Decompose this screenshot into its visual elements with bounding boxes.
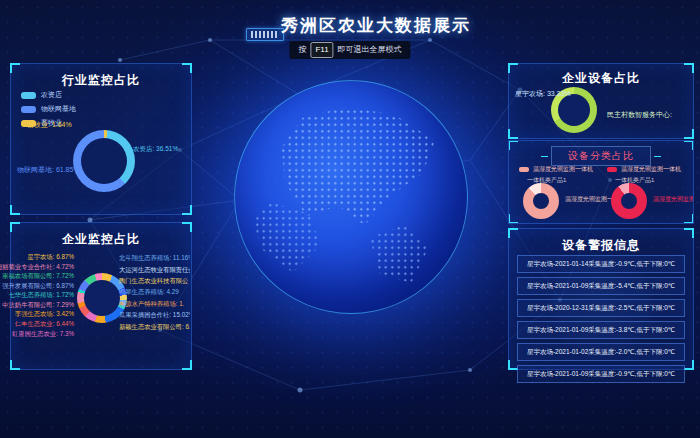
enterprise-label: 七华生态养殖场: 1.72%	[9, 291, 74, 300]
enterprise-label: 新颖生态农业有限公司: 6.87%	[119, 323, 190, 332]
industry-segment-label: 物联网基地: 61.85%	[17, 165, 80, 175]
enterprise-panel-title: 企业监控占比	[11, 231, 191, 248]
globe	[234, 80, 468, 314]
industry-segment-label: 农资店: 36.51%	[133, 145, 178, 154]
alarm-row: 星宇农场-2021-01-09采集温度:-3.8℃,低于下限:0℃	[517, 321, 685, 339]
enterprise-label: 北斗翔生态养殖场: 11.16%	[119, 254, 190, 263]
fullscreen-tip: 按 F11 即可退出全屏模式	[289, 41, 410, 59]
alarm-row: 星宇农场-2021-01-09采集温度:-0.9℃,低于下限:0℃	[517, 365, 685, 383]
device-legend-item: 温湿度光照监测一体机	[519, 165, 593, 174]
legend-swatch	[607, 167, 617, 172]
equipment-panel-title: 企业设备占比	[509, 70, 693, 87]
device-legend-item: 温湿度光照监测一体机	[607, 165, 681, 174]
panel-enterprise-monitor: 企业监控占比 星宇农场: 6.87% 超丽菊业专业合作社: 4.72% 家福农场…	[10, 222, 192, 370]
alarm-row: 星宇农场-2020-12-31采集温度:-2.5℃,低于下限:0℃	[517, 299, 685, 317]
legend-swatch	[21, 106, 36, 113]
industry-segment-label: 畜牧业: 1.64%	[27, 120, 72, 130]
enterprise-label: 强升发展有限公司: 6.87%	[2, 282, 74, 291]
globe-continent-dots	[235, 81, 467, 313]
enterprise-label: 红唐园生态农业: 7.3%	[12, 330, 74, 339]
legend-label: 物联网基地	[41, 104, 76, 114]
enterprise-label: 鸣翠生态养殖场: 4.29	[119, 288, 179, 297]
enterprise-label: 李强生态农场: 3.42%	[15, 310, 74, 319]
industry-donut-chart	[73, 130, 135, 192]
panel-industry-monitor: 行业监控占比 农资店 物联网基地 畜牧业 畜牧业: 1.64% 农资店: 36.…	[10, 63, 192, 215]
enterprise-label: 丰源水产特种养殖场: 1.	[119, 300, 184, 309]
panel-device-classification: 设备分类占比 温湿度光照监测一体机 一体机类产品1 温湿度光照监测一— 温湿度光…	[508, 140, 694, 224]
equipment-segment-label: 星宇农场: 33.33%	[515, 89, 571, 99]
enterprise-label: 星宇农场: 6.87%	[27, 253, 74, 262]
page-title: 秀洲区农业大数据展示	[0, 14, 700, 37]
enterprise-label: 陶门生态农业科技有限公	[119, 277, 188, 286]
enterprise-label: 大运河生态牧业有限责任公	[119, 266, 190, 275]
legend-swatch	[21, 92, 36, 99]
alarm-row: 星宇农场-2021-01-09采集温度:-5.4℃,低于下限:0℃	[517, 277, 685, 295]
panel-device-alarms: 设备警报信息 星宇农场-2021-01-14采集温度:-0.9℃,低于下限:0℃…	[508, 228, 694, 370]
legend-item: 物联网基地	[21, 104, 76, 114]
alarm-list: 星宇农场-2021-01-14采集温度:-0.9℃,低于下限:0℃ 星宇农场-2…	[517, 255, 685, 383]
device-donut-chart-2	[611, 183, 647, 219]
enterprise-label: 中法奶牛有限公司: 7.29%	[2, 301, 74, 310]
dashboard-background: 秀洲区农业大数据展示 按 F11 即可退出全屏模式 行业监控占比 农资店 物联网…	[0, 0, 700, 438]
enterprise-label: 超丽菊业专业合作社: 4.72%	[0, 263, 74, 272]
enterprise-label: 家福农场有限公司: 7.72%	[2, 272, 74, 281]
device-class-title: 设备分类占比	[551, 146, 651, 166]
legend-label: 温湿度光照监测一体机	[533, 165, 593, 174]
device-donut-chart-1	[523, 183, 559, 219]
legend-label: 温湿度光照监测一体机	[621, 165, 681, 174]
tip-suffix: 即可退出全屏模式	[338, 43, 402, 57]
device-segment-label: 温湿度光照监测一—	[653, 195, 694, 204]
alarm-row: 星宇农场-2021-01-14采集温度:-0.9℃,低于下限:0℃	[517, 255, 685, 273]
enterprise-label: 仁丰生态农业: 6.44%	[15, 320, 74, 329]
legend-label: 农资店	[41, 90, 62, 100]
legend-swatch	[519, 167, 529, 172]
equipment-segment-label: 民主村数智服务中心:	[607, 110, 672, 120]
industry-panel-title: 行业监控占比	[11, 72, 191, 89]
f11-key-badge: F11	[310, 42, 333, 58]
alarms-panel-title: 设备警报信息	[509, 237, 693, 254]
tip-prefix: 按	[298, 43, 306, 57]
legend-item: 农资店	[21, 90, 76, 100]
enterprise-label: 瓜果采摘园合作社: 15.02%	[119, 311, 190, 320]
panel-equipment-ratio: 企业设备占比 星宇农场: 33.33% 民主村数智服务中心:	[508, 63, 694, 139]
alarm-row: 星宇农场-2021-01-02采集温度:-2.0℃,低于下限:0℃	[517, 343, 685, 361]
